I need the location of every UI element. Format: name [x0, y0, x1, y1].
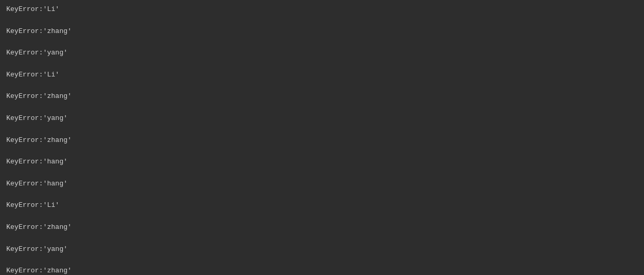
error-line: KeyError:'yang': [6, 244, 638, 255]
error-line: KeyError:'zhang': [6, 135, 638, 146]
error-line: KeyError:'zhang': [6, 91, 638, 102]
error-line: KeyError:'Li': [6, 4, 638, 15]
error-line: KeyError:'zhang': [6, 222, 638, 233]
error-line: KeyError:'hang': [6, 179, 638, 190]
error-line: KeyError:'Li': [6, 200, 638, 211]
error-line: KeyError:'zhang': [6, 266, 638, 275]
error-line: KeyError:'hang': [6, 157, 638, 168]
error-line: KeyError:'Li': [6, 70, 638, 81]
error-line: KeyError:'yang': [6, 113, 638, 124]
error-line: KeyError:'zhang': [6, 26, 638, 37]
error-line: KeyError:'yang': [6, 48, 638, 59]
terminal-output: KeyError:'Li'KeyError:'zhang'KeyError:'y…: [6, 4, 638, 275]
